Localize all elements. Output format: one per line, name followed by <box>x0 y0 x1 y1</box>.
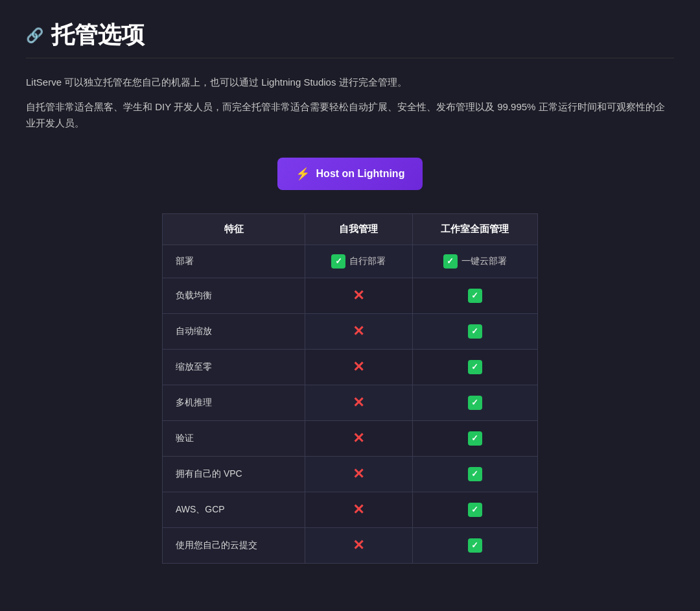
table-cell-self-managed: ✕ <box>305 313 413 349</box>
table-cell-self-managed: ✕ <box>305 527 413 563</box>
table-cell-feature: 拥有自己的 VPC <box>163 456 305 492</box>
table-cell-self-managed: ✕ <box>305 492 413 527</box>
check-icon: ✓ <box>468 360 482 374</box>
check-icon: ✓ <box>468 538 482 553</box>
table-cell-workspace: ✓ <box>412 385 537 420</box>
cross-icon: ✕ <box>353 501 364 518</box>
table-header-workspace: 工作室全面管理 <box>412 213 537 245</box>
check-icon: ✓ <box>468 503 482 517</box>
cross-icon: ✕ <box>353 287 364 304</box>
table-row: AWS、GCP✕✓ <box>163 492 538 527</box>
cross-icon: ✕ <box>353 323 364 340</box>
table-cell-feature: 使用您自己的云提交 <box>163 527 305 563</box>
table-cell-workspace: ✓ <box>412 349 537 385</box>
description-text-2: 自托管非常适合黑客、学生和 DIY 开发人员，而完全托管非常适合需要轻松自动扩展… <box>26 99 674 132</box>
check-icon: ✓ <box>468 289 482 303</box>
table-row: 负载均衡✕✓ <box>163 278 538 313</box>
comparison-table-wrapper: 特征 自我管理 工作室全面管理 部署✓自行部署✓一键云部署负载均衡✕✓自动缩放✕… <box>26 213 674 564</box>
cross-icon: ✕ <box>353 466 364 483</box>
host-button-label: Host on Lightning <box>316 168 405 180</box>
table-cell-workspace: ✓ <box>412 492 537 527</box>
page-title-section: 🔗 托管选项 <box>26 19 674 58</box>
check-icon: ✓ <box>468 467 482 481</box>
table-row: 部署✓自行部署✓一键云部署 <box>163 245 538 278</box>
check-icon: ✓ <box>468 396 482 410</box>
table-row: 缩放至零✕✓ <box>163 349 538 385</box>
table-cell-workspace: ✓ <box>412 456 537 492</box>
table-cell-workspace: ✓ <box>412 278 537 313</box>
cross-icon: ✕ <box>353 537 364 554</box>
table-cell-feature: AWS、GCP <box>163 492 305 527</box>
table-row: 验证✕✓ <box>163 420 538 456</box>
table-row: 拥有自己的 VPC✕✓ <box>163 456 538 492</box>
cross-icon: ✕ <box>353 394 364 411</box>
table-cell-self-managed: ✓自行部署 <box>305 245 413 278</box>
table-header-feature: 特征 <box>163 213 305 245</box>
table-header-self-managed: 自我管理 <box>305 213 413 245</box>
table-cell-self-managed: ✕ <box>305 278 413 313</box>
table-cell-self-managed: ✕ <box>305 420 413 456</box>
cell-text: 自行部署 <box>349 256 386 267</box>
cell-text: 一键云部署 <box>461 256 507 267</box>
cross-icon: ✕ <box>353 430 364 447</box>
table-cell-feature: 负载均衡 <box>163 278 305 313</box>
check-icon: ✓ <box>443 254 458 269</box>
link-icon: 🔗 <box>26 27 43 44</box>
page-title: 托管选项 <box>51 19 145 51</box>
table-cell-self-managed: ✕ <box>305 385 413 420</box>
table-row: 自动缩放✕✓ <box>163 313 538 349</box>
lightning-icon: ⚡ <box>296 167 310 181</box>
comparison-table: 特征 自我管理 工作室全面管理 部署✓自行部署✓一键云部署负载均衡✕✓自动缩放✕… <box>162 213 538 564</box>
table-cell-self-managed: ✕ <box>305 349 413 385</box>
check-icon: ✓ <box>468 324 482 339</box>
check-icon: ✓ <box>331 254 345 269</box>
table-cell-workspace: ✓一键云部署 <box>412 245 537 278</box>
description-text-1: LitServe 可以独立托管在您自己的机器上，也可以通过 Lightning … <box>26 74 674 91</box>
table-cell-feature: 部署 <box>163 245 305 278</box>
table-cell-feature: 自动缩放 <box>163 313 305 349</box>
table-row: 使用您自己的云提交✕✓ <box>163 527 538 563</box>
check-icon: ✓ <box>468 431 482 446</box>
table-cell-feature: 多机推理 <box>163 385 305 420</box>
host-on-lightning-button[interactable]: ⚡ Host on Lightning <box>277 158 423 190</box>
cross-icon: ✕ <box>353 359 364 376</box>
table-cell-workspace: ✓ <box>412 420 537 456</box>
table-header-row: 特征 自我管理 工作室全面管理 <box>163 213 538 245</box>
description-block: LitServe 可以独立托管在您自己的机器上，也可以通过 Lightning … <box>26 74 674 132</box>
button-section: ⚡ Host on Lightning <box>26 158 674 190</box>
table-cell-workspace: ✓ <box>412 527 537 563</box>
table-cell-self-managed: ✕ <box>305 456 413 492</box>
table-cell-workspace: ✓ <box>412 313 537 349</box>
table-row: 多机推理✕✓ <box>163 385 538 420</box>
table-cell-feature: 缩放至零 <box>163 349 305 385</box>
table-cell-feature: 验证 <box>163 420 305 456</box>
